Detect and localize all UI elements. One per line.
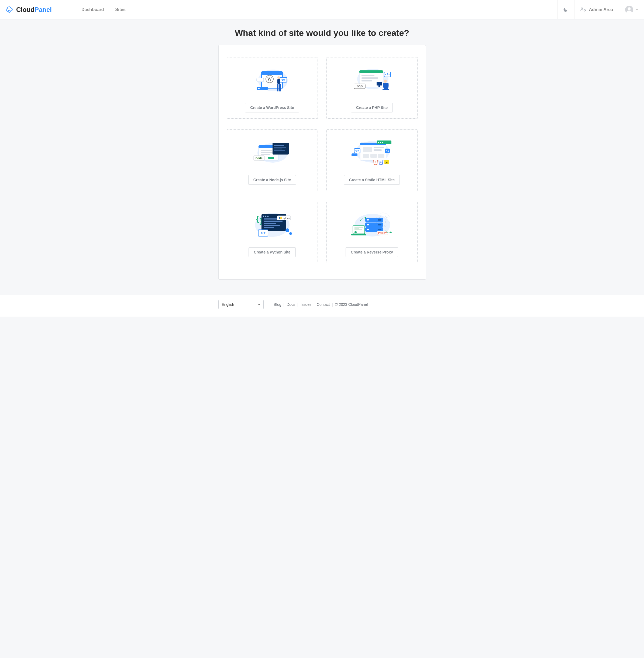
svg-text:PROXY: PROXY [378,232,387,234]
svg-text:JS: JS [385,161,388,164]
darkmode-toggle[interactable] [557,0,574,19]
svg-text:</>: </> [355,150,359,152]
svg-text:3: 3 [380,161,382,163]
svg-rect-99 [378,229,382,230]
svg-rect-14 [277,79,280,84]
footer-blog[interactable]: Blog [274,302,281,307]
footer-contact[interactable]: Contact [317,302,330,307]
svg-rect-104 [359,227,363,228]
svg-rect-28 [378,86,380,87]
user-menu[interactable] [619,0,644,19]
svg-rect-107 [351,234,366,235]
footer-links: Blog| Docs| Issues| Contact| © 2023 Clou… [274,302,368,307]
svg-rect-30 [383,89,389,90]
svg-point-1 [581,7,582,9]
svg-point-72 [265,216,266,217]
card-node[interactable]: node Create a Node.js Site [227,130,318,191]
admin-area-link[interactable]: Admin Area [574,0,619,19]
svg-text:5: 5 [375,161,376,163]
svg-rect-98 [378,224,382,225]
card-python[interactable]: { } python </> [227,202,318,263]
svg-text:Aa: Aa [386,150,389,152]
svg-point-106 [354,231,356,233]
svg-point-94 [367,219,369,221]
footer-issues[interactable]: Issues [301,302,312,307]
svg-rect-16 [279,84,281,91]
illustration-static-html: </> Aa 5 3 JS [329,133,415,175]
svg-rect-48 [363,147,372,152]
svg-rect-15 [277,84,278,91]
footer-docs[interactable]: Docs [286,302,295,307]
illustration-node: node [230,133,315,175]
svg-rect-50 [374,150,382,151]
svg-rect-54 [377,140,391,144]
svg-rect-39 [274,145,284,145]
users-gear-icon [580,7,586,12]
svg-rect-36 [261,154,270,155]
svg-rect-105 [359,229,362,230]
svg-point-57 [382,142,383,143]
svg-point-95 [367,224,369,225]
card-php[interactable]: </> php Create a PHP Site [326,57,418,119]
svg-point-10 [258,88,259,89]
svg-text:</>: </> [260,231,266,235]
svg-rect-5 [261,71,282,75]
svg-text:python: python [282,217,290,220]
create-php-button[interactable]: Create a PHP Site [351,103,393,112]
card-wordpress[interactable]: W </> Create a WordPress Site [227,57,318,119]
svg-point-13 [277,76,280,79]
language-select-wrapper: English [218,300,263,309]
svg-rect-97 [378,219,382,221]
svg-rect-53 [378,154,385,158]
svg-rect-76 [263,223,276,224]
svg-rect-51 [363,154,369,158]
svg-point-86 [289,232,292,235]
svg-rect-74 [263,219,278,220]
moon-icon [564,7,568,12]
brand-cloud-icon [5,6,14,13]
svg-text:node: node [255,156,262,160]
svg-text:</>: </> [385,73,390,76]
illustration-python: { } python </> [230,205,315,247]
create-python-button[interactable]: Create a Python Site [249,247,295,257]
svg-rect-75 [263,221,282,222]
main-nav: Dashboard Sites [82,7,125,12]
create-node-button[interactable]: Create a Node.js Site [248,175,296,185]
language-select[interactable]: English [218,300,263,309]
create-static-button[interactable]: Create a Static HTML Site [344,175,400,185]
svg-rect-52 [370,154,377,158]
svg-point-56 [380,142,381,143]
svg-rect-77 [263,225,280,226]
svg-rect-21 [362,77,378,79]
svg-rect-49 [374,147,384,148]
admin-area-label: Admin Area [589,7,613,12]
svg-rect-22 [362,80,372,82]
nav-sites[interactable]: Sites [115,7,125,12]
footer: English Blog| Docs| Issues| Contact| © 2… [0,295,644,317]
site-type-grid: W </> Create a WordPress Site [227,57,418,263]
page-title: What kind of site would you like to crea… [0,28,644,38]
card-static-html[interactable]: </> Aa 5 3 JS Create a Static HTML Site [326,130,418,191]
nav-dashboard[interactable]: Dashboard [82,7,104,12]
card-reverse-proxy[interactable]: PROXY Create a Reverse Proxy [326,202,418,263]
svg-rect-34 [261,150,272,151]
svg-text:php: php [356,85,363,88]
site-type-panel: W </> Create a WordPress Site [218,45,426,280]
avatar-icon [625,6,633,14]
svg-rect-41 [274,149,282,150]
svg-rect-78 [263,227,274,228]
svg-point-81 [280,217,282,219]
svg-point-71 [263,216,264,217]
footer-copyright: © 2023 CloudPanel [335,302,368,307]
svg-point-2 [584,9,585,11]
brand[interactable]: CloudPanel [5,6,52,14]
svg-text:{: { [256,214,259,223]
create-proxy-button[interactable]: Create a Reverse Proxy [346,247,398,257]
svg-rect-20 [362,75,374,76]
create-wordpress-button[interactable]: Create a WordPress Site [245,103,299,112]
illustration-php: </> php [329,61,415,103]
illustration-reverse-proxy: PROXY [329,205,415,247]
brand-text: CloudPanel [16,6,52,14]
svg-point-85 [285,228,289,232]
svg-rect-27 [376,82,382,86]
